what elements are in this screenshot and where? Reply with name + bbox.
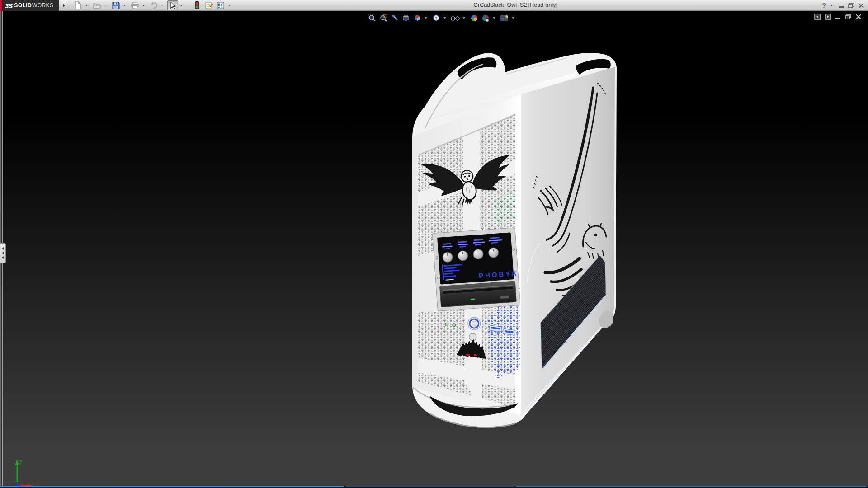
- panel-screw: [437, 277, 440, 279]
- brand-solid: SOLID: [14, 2, 32, 9]
- print-dropdown[interactable]: [141, 0, 146, 10]
- solidworks-logo: 3S SOLID WORKS: [0, 0, 59, 11]
- taskbar-segment: [0, 486, 344, 487]
- print-button[interactable]: [129, 0, 140, 10]
- traffic-light-icon: [194, 1, 200, 9]
- print-icon: [131, 1, 139, 9]
- help-dropdown[interactable]: [829, 0, 834, 10]
- save-floppy-icon: [112, 1, 120, 9]
- panel-screw: [513, 248, 515, 251]
- select-cursor-icon: [169, 2, 176, 9]
- app-close-button[interactable]: [858, 3, 864, 9]
- options-dropdown[interactable]: [227, 0, 231, 10]
- open-button[interactable]: [91, 0, 102, 10]
- open-folder-icon: [93, 1, 101, 9]
- reset-button[interactable]: [469, 333, 477, 341]
- new-dropdown[interactable]: [84, 0, 89, 10]
- taskbar-edge: [0, 486, 868, 488]
- undo-icon: [150, 1, 158, 9]
- select-button[interactable]: [167, 0, 178, 10]
- fan-controller-unit[interactable]: PHOBYA: [432, 228, 520, 311]
- menu-flyout-button[interactable]: [61, 2, 66, 9]
- hdd-led: [445, 323, 448, 326]
- undo-button[interactable]: [148, 0, 159, 10]
- save-dropdown[interactable]: [122, 0, 127, 10]
- panel-screw: [436, 256, 439, 259]
- titlebar: 3S SOLID WORKS: [0, 0, 868, 11]
- solidworks-3s-mark: 3S: [5, 2, 12, 9]
- app-restore-button[interactable]: [848, 3, 855, 9]
- brand-works: WORKS: [32, 2, 53, 9]
- triad-origin: [15, 483, 19, 486]
- help-button[interactable]: ?: [822, 2, 826, 9]
- y-axis-arrow: [15, 459, 19, 465]
- file-properties-button[interactable]: [203, 0, 214, 10]
- select-dropdown[interactable]: [179, 0, 184, 10]
- drive-led-green: [471, 298, 475, 300]
- taskbar-segment: [346, 486, 514, 487]
- options-checklist-icon: [217, 1, 225, 9]
- document-title: GrCadBlack_Owl_S2 [Read-only]: [473, 2, 557, 8]
- power-led: [453, 324, 456, 327]
- new-document-button[interactable]: [72, 0, 83, 10]
- taskbar-segment: [516, 486, 867, 487]
- undo-dropdown[interactable]: [160, 0, 165, 10]
- graphics-viewport[interactable]: PHOBYA: [0, 11, 868, 486]
- flyout-arrow-icon: [63, 4, 65, 7]
- app-minimize-button[interactable]: [839, 3, 845, 8]
- drive-eject-button[interactable]: [500, 295, 509, 299]
- file-properties-icon: [205, 1, 213, 9]
- model-canvas[interactable]: PHOBYA: [0, 11, 868, 486]
- options-button[interactable]: [215, 0, 226, 10]
- new-document-icon: [74, 1, 82, 9]
- y-axis-label: y: [20, 459, 22, 464]
- pc-case-model[interactable]: PHOBYA: [412, 53, 617, 427]
- orientation-triad: y x z: [3, 452, 52, 486]
- save-button[interactable]: [110, 0, 121, 10]
- open-dropdown[interactable]: [103, 0, 108, 10]
- rebuild-button[interactable]: [192, 0, 203, 10]
- titlebar-right-controls: ?: [822, 0, 864, 11]
- main-toolbar: [72, 0, 233, 11]
- panel-screw: [514, 269, 517, 272]
